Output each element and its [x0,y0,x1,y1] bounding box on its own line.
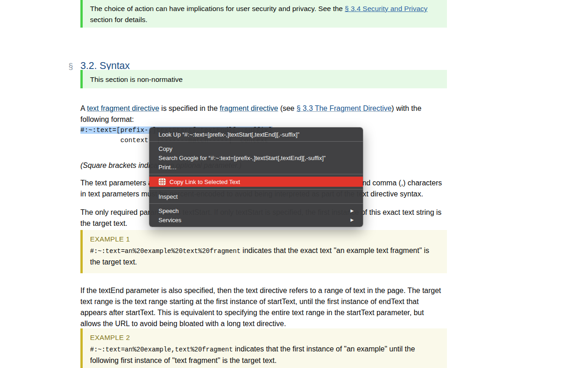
link-fragment-directive[interactable]: fragment directive [220,104,278,112]
example-1-label: EXAMPLE 1 [90,235,440,244]
non-normative-text: This section is non-normative [90,75,183,83]
menu-item-look-up[interactable]: Look Up “#:~:text=[prefix-,]textStart[,t… [149,130,363,139]
link-the-fragment-directive-section[interactable]: § 3.3 The Fragment Directive [296,104,391,112]
context-menu: Look Up “#:~:text=[prefix-,]textStart[,t… [149,127,363,227]
submenu-arrow-icon: ▶ [351,218,354,222]
intro-text: (see [278,104,296,112]
menu-item-label: Copy Link to Selected Text [170,178,240,185]
menu-item-copy[interactable]: Copy [149,144,363,153]
non-normative-note: This section is non-normative [80,70,447,88]
menu-separator [149,141,363,142]
textend-paragraph: If the textEnd parameter is also specifi… [80,285,445,329]
menu-item-speech[interactable]: Speech ▶ [149,206,363,215]
menu-item-label: Services [158,217,181,224]
menu-item-services[interactable]: Services ▶ [149,215,363,224]
menu-item-print[interactable]: Print… [149,162,363,172]
example-2-code: #:~:text=an%20example,text%20fragment [90,346,233,353]
section-self-link-icon[interactable]: § [68,62,80,71]
example-1-box: EXAMPLE 1 #:~:text=an%20example%20text%2… [80,230,447,273]
note-text-before: The choice of action can have implicatio… [90,5,345,12]
menu-item-label: Copy [158,145,172,152]
menu-item-copy-link-to-selected-text[interactable]: Copy Link to Selected Text [149,177,363,187]
example-1-code: #:~:text=an%20example%20text%20fragment [90,247,241,255]
intro-paragraph: A text fragment directive is specified i… [80,103,445,125]
example-2-body: #:~:text=an%20example,text%20fragment in… [90,344,440,366]
section-heading-title: 3.2. Syntax [80,60,130,71]
note-text-after: section for details. [90,16,147,23]
menu-item-inspect[interactable]: Inspect [149,192,363,201]
menu-item-search-google[interactable]: Search Google for “#:~:text=[prefix-,]te… [149,153,363,162]
menu-item-label: Speech [158,207,179,214]
menu-item-label: Print… [158,164,177,171]
fragment-grid-icon [158,178,166,185]
submenu-arrow-icon: ▶ [351,208,354,213]
menu-separator [149,203,363,204]
spec-page: { "colors": { "note_green_border": "#48d… [0,0,588,368]
menu-separator [149,174,363,174]
menu-item-label: Search Google for “#:~:text=[prefix-,]te… [158,155,326,161]
example-2-label: EXAMPLE 2 [90,333,440,342]
menu-item-label: Look Up “#:~:text=[prefix-,]textStart[,t… [158,131,300,138]
intro-text: is specified in the [159,104,220,112]
example-1-body: #:~:text=an%20example%20text%20fragment … [90,245,440,268]
link-security-and-privacy[interactable]: § 3.4 Security and Privacy [345,5,428,12]
menu-item-label: Inspect [158,193,178,200]
intro-text: A [80,104,87,112]
security-privacy-note: The choice of action can have implicatio… [80,0,447,28]
menu-separator [149,189,363,190]
link-text-fragment-directive[interactable]: text fragment directive [87,104,159,112]
example-2-box: EXAMPLE 2 #:~:text=an%20example,text%20f… [80,328,447,368]
